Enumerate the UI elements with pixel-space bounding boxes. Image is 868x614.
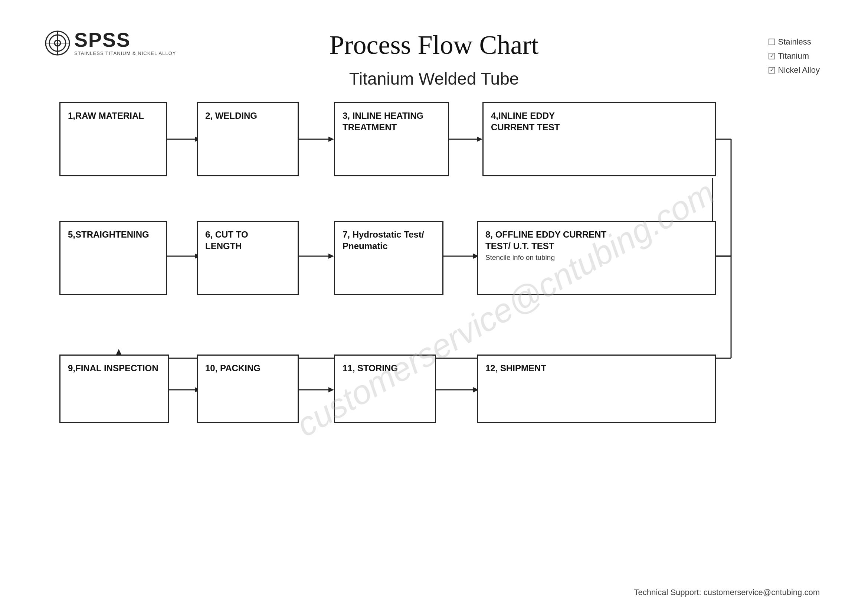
box-packing: 10, PACKING xyxy=(197,355,299,423)
box8-label: 8, OFFLINE EDDY CURRENTTEST/ U.T. TEST xyxy=(485,229,708,252)
box1-label: 1,RAW MATERIAL xyxy=(68,110,158,121)
box10-label: 10, PACKING xyxy=(205,362,290,374)
svg-marker-8 xyxy=(329,136,334,142)
footer-text: Technical Support: customerservice@cntub… xyxy=(634,588,820,597)
box2-label: 2, WELDING xyxy=(205,110,290,121)
legend: Stainless Titanium Nickel Alloy xyxy=(769,37,820,75)
box8-sublabel: Stencile info on tubing xyxy=(485,254,708,262)
box-storing: 11, STORING xyxy=(334,355,436,423)
box-hydrostatic: 7, Hydrostatic Test/Pneumatic xyxy=(334,221,443,295)
box-straightening: 5,STRAIGHTENING xyxy=(59,221,167,295)
box4-label: 4,INLINE EDDYCURRENT TEST xyxy=(491,110,708,133)
logo-subtitle: STAINLESS TITANIUM & NICKEL ALLOY xyxy=(74,51,176,56)
legend-stainless: Stainless xyxy=(769,37,820,47)
box3-label: 3, INLINE HEATINGTREATMENT xyxy=(343,110,440,133)
box-final-inspection: 9,FINAL INSPECTION xyxy=(59,355,169,423)
titanium-label: Titanium xyxy=(778,51,809,61)
logo-spss-text: SPSS xyxy=(74,30,176,50)
box-inline-heating: 3, INLINE HEATINGTREATMENT xyxy=(334,102,449,176)
box-cut-to-length: 6, CUT TOLENGTH xyxy=(197,221,299,295)
box-welding: 2, WELDING xyxy=(197,102,299,176)
sub-title: Titanium Welded Tube xyxy=(349,69,519,89)
flowchart-container: 1,RAW MATERIAL 2, WELDING 3, INLINE HEAT… xyxy=(37,102,831,436)
legend-nickel-alloy: Nickel Alloy xyxy=(769,65,820,75)
svg-marker-26 xyxy=(116,349,121,355)
box5-label: 5,STRAIGHTENING xyxy=(68,229,158,240)
box11-label: 11, STORING xyxy=(343,362,428,374)
footer: Technical Support: customerservice@cntub… xyxy=(634,588,820,597)
box-offline-eddy: 8, OFFLINE EDDY CURRENTTEST/ U.T. TEST S… xyxy=(477,221,716,295)
titanium-checkbox xyxy=(769,53,775,59)
box-shipment: 12, SHIPMENT xyxy=(477,355,716,423)
svg-marker-10 xyxy=(477,136,482,142)
logo-text-block: SPSS STAINLESS TITANIUM & NICKEL ALLOY xyxy=(74,30,176,56)
box12-label: 12, SHIPMENT xyxy=(485,362,708,374)
box-inline-eddy: 4,INLINE EDDYCURRENT TEST xyxy=(482,102,716,176)
box6-label: 6, CUT TOLENGTH xyxy=(205,229,290,252)
main-title: Process Flow Chart xyxy=(330,30,539,60)
stainless-label: Stainless xyxy=(778,37,811,47)
svg-marker-19 xyxy=(329,254,334,259)
nickel-alloy-checkbox xyxy=(769,67,775,73)
box7-label: 7, Hydrostatic Test/Pneumatic xyxy=(343,229,435,252)
svg-marker-30 xyxy=(329,387,334,392)
nickel-alloy-label: Nickel Alloy xyxy=(778,65,820,75)
logo-area: SPSS STAINLESS TITANIUM & NICKEL ALLOY xyxy=(45,30,176,56)
box-raw-material: 1,RAW MATERIAL xyxy=(59,102,167,176)
legend-titanium: Titanium xyxy=(769,51,820,61)
logo-icon xyxy=(45,30,71,56)
stainless-checkbox xyxy=(769,39,775,45)
box9-label: 9,FINAL INSPECTION xyxy=(68,362,160,374)
